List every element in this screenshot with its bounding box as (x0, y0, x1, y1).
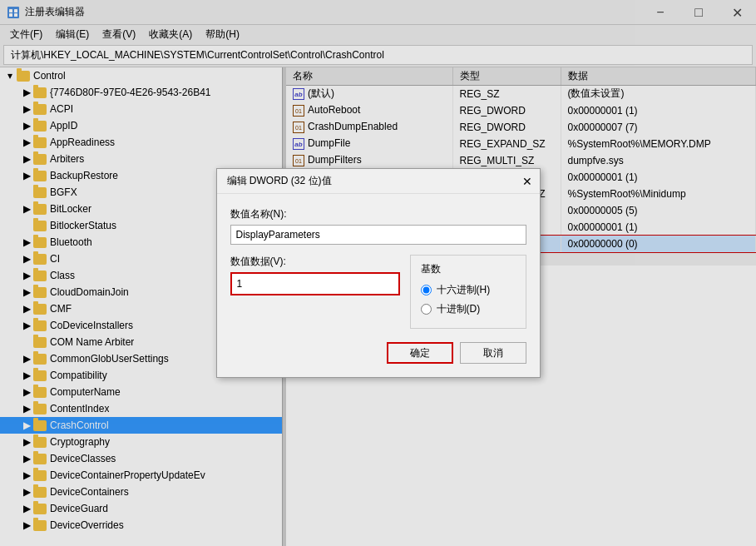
form-row: 数值数据(V): 基数 十六进制(H) 十进制(D) (230, 255, 526, 329)
name-input[interactable] (230, 225, 526, 245)
name-label: 数值名称(N): (230, 207, 526, 221)
radio-dec-label: 十进制(D) (437, 302, 481, 316)
data-input[interactable] (230, 272, 400, 295)
dialog-body: 数值名称(N): 数值数据(V): 基数 十六进制(H) 十进制(D) (217, 194, 540, 377)
radio-hex[interactable]: 十六进制(H) (421, 283, 516, 297)
dialog-title: 编辑 DWORD (32 位)值 (227, 174, 332, 188)
radio-hex-label: 十六进制(H) (437, 283, 491, 297)
data-group: 数值数据(V): (230, 255, 400, 329)
cancel-button[interactable]: 取消 (460, 342, 526, 364)
radio-hex-input[interactable] (421, 285, 432, 295)
dialog-title-bar: 编辑 DWORD (32 位)值 ✕ (217, 169, 540, 194)
dialog-overlay: 编辑 DWORD (32 位)值 ✕ 数值名称(N): 数值数据(V): 基数 … (0, 0, 756, 546)
base-label: 基数 (421, 262, 516, 276)
dialog-close-button[interactable]: ✕ (518, 172, 536, 191)
ok-button[interactable]: 确定 (387, 342, 453, 364)
radio-dec[interactable]: 十进制(D) (421, 302, 516, 316)
data-label: 数值数据(V): (230, 255, 400, 269)
dialog-buttons: 确定 取消 (230, 342, 526, 364)
edit-dword-dialog: 编辑 DWORD (32 位)值 ✕ 数值名称(N): 数值数据(V): 基数 … (216, 168, 541, 378)
radio-dec-input[interactable] (421, 304, 432, 315)
base-radio-group: 基数 十六进制(H) 十进制(D) (410, 255, 526, 329)
